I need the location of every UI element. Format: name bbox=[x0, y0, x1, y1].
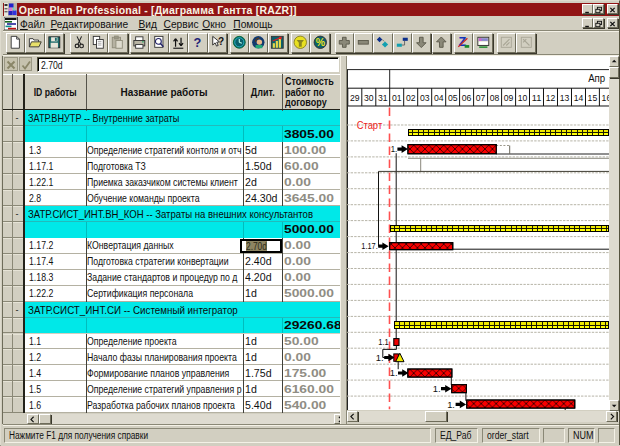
svg-text:16: 16 bbox=[601, 92, 608, 103]
svg-text:1.: 1. bbox=[433, 383, 441, 394]
svg-text:11: 11 bbox=[531, 92, 541, 103]
svg-text:%: % bbox=[315, 37, 325, 48]
svg-text:31: 31 bbox=[378, 92, 388, 103]
svg-text:06: 06 bbox=[462, 92, 472, 103]
svg-text:30: 30 bbox=[364, 92, 374, 103]
svg-text:1.: 1. bbox=[390, 367, 398, 378]
svg-text:04: 04 bbox=[434, 92, 444, 103]
svg-text:14: 14 bbox=[573, 92, 583, 103]
svg-text:?: ? bbox=[194, 35, 202, 50]
svg-text:07: 07 bbox=[476, 92, 486, 103]
svg-text:03: 03 bbox=[420, 92, 430, 103]
svg-text:01: 01 bbox=[392, 92, 402, 103]
svg-text:?: ? bbox=[218, 37, 224, 48]
svg-text:Апр: Апр bbox=[588, 73, 605, 84]
svg-text:02: 02 bbox=[406, 92, 416, 103]
svg-text:12: 12 bbox=[545, 92, 555, 103]
svg-text:15: 15 bbox=[587, 92, 597, 103]
svg-text:1.: 1. bbox=[376, 352, 384, 363]
svg-text:09: 09 bbox=[504, 92, 514, 103]
svg-text:05: 05 bbox=[448, 92, 458, 103]
svg-text:1.1: 1.1 bbox=[378, 336, 388, 347]
svg-text:08: 08 bbox=[490, 92, 500, 103]
svg-text:1.17.: 1.17. bbox=[361, 240, 377, 251]
svg-text:10: 10 bbox=[518, 92, 528, 103]
svg-text:Старт: Старт bbox=[356, 121, 382, 132]
svg-text:29: 29 bbox=[350, 92, 360, 103]
svg-text:1.: 1. bbox=[390, 144, 396, 155]
svg-text:13: 13 bbox=[559, 92, 569, 103]
svg-text:1.: 1. bbox=[447, 399, 455, 410]
